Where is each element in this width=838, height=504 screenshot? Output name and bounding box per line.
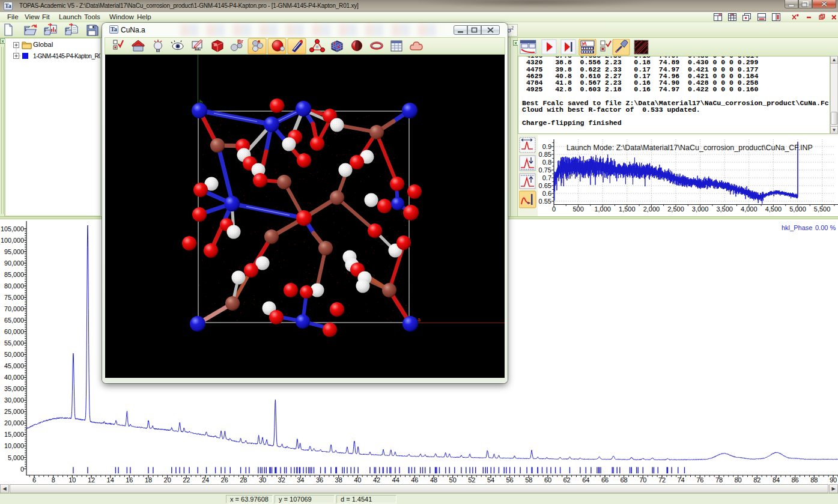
svg-text:90,000: 90,000	[4, 260, 24, 267]
svg-text:72: 72	[658, 476, 666, 484]
svg-text:24: 24	[202, 476, 209, 484]
svg-text:Br: Br	[237, 38, 243, 44]
svg-text:0.7: 0.7	[542, 174, 551, 181]
svg-text:80,000: 80,000	[4, 282, 24, 290]
svg-text:0.9: 0.9	[542, 143, 551, 150]
svg-text:65,000: 65,000	[4, 317, 24, 324]
svg-text:50,000: 50,000	[4, 351, 24, 358]
svg-text:64: 64	[582, 476, 589, 484]
svg-text:0.6: 0.6	[542, 190, 551, 197]
svg-text:12: 12	[88, 476, 95, 484]
svg-text:30,000: 30,000	[4, 396, 24, 404]
svg-text:50: 50	[449, 476, 457, 484]
svg-text:15,000: 15,000	[4, 431, 24, 438]
svg-text:44: 44	[392, 476, 399, 484]
svg-text:85,000: 85,000	[4, 271, 24, 278]
svg-text:4,500: 4,500	[765, 205, 782, 213]
svg-text:16: 16	[126, 476, 133, 484]
svg-text:3,000: 3,000	[692, 205, 709, 213]
svg-text:74: 74	[677, 476, 684, 484]
svg-text:100,000: 100,000	[1, 237, 24, 244]
svg-text:40,000: 40,000	[4, 374, 24, 381]
svg-text:28: 28	[240, 476, 247, 484]
svg-text:30: 30	[259, 476, 266, 484]
svg-text:26: 26	[221, 476, 228, 484]
svg-text:35,000: 35,000	[4, 385, 24, 392]
svg-text:66: 66	[601, 476, 609, 484]
svg-text:1,000: 1,000	[594, 205, 611, 213]
svg-text:78: 78	[715, 476, 723, 484]
svg-text:1,500: 1,500	[619, 205, 636, 213]
svg-text:22: 22	[183, 476, 190, 484]
svg-text:0.8: 0.8	[542, 159, 551, 166]
svg-text:25,000: 25,000	[4, 408, 24, 415]
svg-text:70: 70	[639, 476, 646, 484]
svg-text:18: 18	[145, 476, 152, 484]
svg-text:5,000: 5,000	[789, 205, 806, 213]
svg-text:62: 62	[563, 476, 570, 484]
svg-text:0.85: 0.85	[539, 151, 551, 158]
svg-text:10: 10	[68, 476, 76, 484]
svg-text:5,000: 5,000	[8, 454, 24, 461]
svg-text:6: 6	[32, 476, 36, 484]
svg-text:Global: Global	[33, 41, 53, 48]
svg-text:1-GNM-4145-P4-Kapton_R01.xy: 1-GNM-4145-P4-Kapton_R01.xy	[33, 53, 100, 59]
svg-text:32: 32	[278, 476, 285, 484]
svg-text:0: 0	[552, 205, 556, 213]
svg-text:0.00 %: 0.00 %	[815, 224, 836, 231]
svg-text:60: 60	[544, 476, 551, 484]
svg-text:84: 84	[773, 476, 780, 484]
svg-text:52: 52	[468, 476, 475, 484]
svg-text:0.55: 0.55	[539, 198, 551, 205]
svg-text:76: 76	[696, 476, 703, 484]
svg-text:36: 36	[316, 476, 323, 484]
svg-text:82: 82	[753, 476, 761, 484]
svg-text:42: 42	[373, 476, 380, 484]
svg-text:20: 20	[164, 476, 171, 484]
svg-text:8: 8	[52, 476, 55, 484]
svg-text:10,000: 10,000	[4, 442, 24, 449]
svg-text:70,000: 70,000	[4, 305, 24, 312]
svg-text:95,000: 95,000	[4, 248, 24, 255]
svg-text:105,000: 105,000	[1, 225, 24, 232]
svg-text:0.65: 0.65	[539, 182, 551, 189]
svg-text:3,500: 3,500	[716, 205, 733, 213]
svg-text:54: 54	[487, 476, 494, 484]
svg-text:4,000: 4,000	[741, 205, 758, 213]
svg-text:20,000: 20,000	[4, 419, 24, 427]
svg-text:40: 40	[354, 476, 361, 484]
svg-text:2,500: 2,500	[667, 205, 684, 213]
svg-text:14: 14	[107, 476, 114, 484]
svg-text:a: a	[417, 317, 421, 323]
svg-text:48: 48	[430, 476, 437, 484]
svg-text:hkl_Phase: hkl_Phase	[782, 224, 812, 231]
svg-text:75,000: 75,000	[4, 294, 24, 301]
svg-text:0.75: 0.75	[539, 166, 551, 174]
svg-text:80: 80	[734, 476, 741, 484]
svg-text:38: 38	[335, 476, 342, 484]
svg-text:34: 34	[297, 476, 304, 484]
svg-text:60,000: 60,000	[4, 328, 24, 335]
svg-text:56: 56	[506, 476, 513, 484]
svg-text:88: 88	[810, 476, 818, 484]
svg-text:2,000: 2,000	[643, 205, 660, 213]
svg-text:55,000: 55,000	[4, 339, 24, 347]
svg-text:46: 46	[411, 476, 418, 484]
svg-text:0: 0	[20, 466, 24, 473]
svg-text:86: 86	[791, 476, 798, 484]
svg-text:Launch Mode: Z:\Data\Material1: Launch Mode: Z:\Data\Material17\NaCu_cor…	[566, 144, 813, 152]
svg-text:500: 500	[572, 205, 583, 213]
svg-text:45,000: 45,000	[4, 362, 24, 369]
svg-text:5,500: 5,500	[814, 205, 831, 213]
svg-text:58: 58	[525, 476, 532, 484]
svg-text:90: 90	[830, 476, 837, 484]
svg-text:68: 68	[620, 476, 627, 484]
